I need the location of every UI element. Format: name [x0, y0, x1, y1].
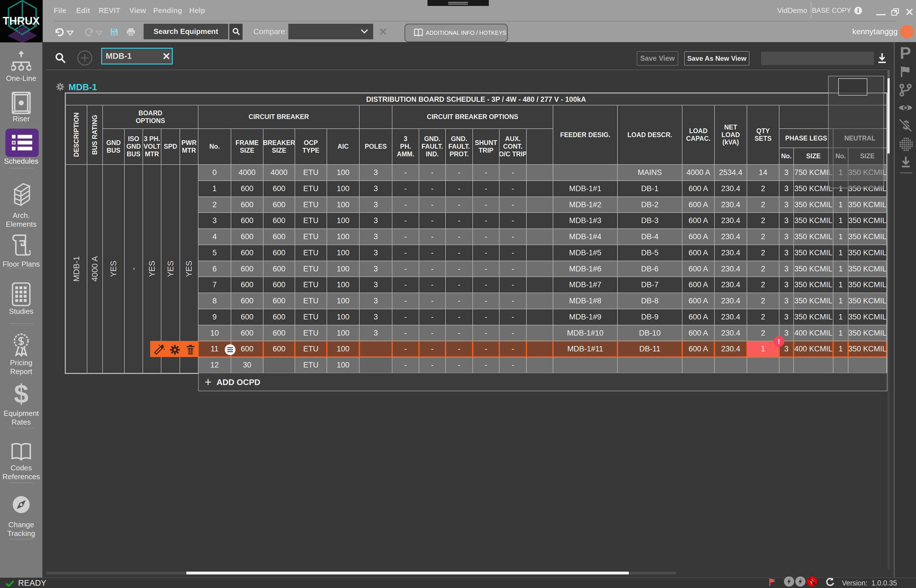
svg-text:THRUX: THRUX — [3, 15, 40, 27]
